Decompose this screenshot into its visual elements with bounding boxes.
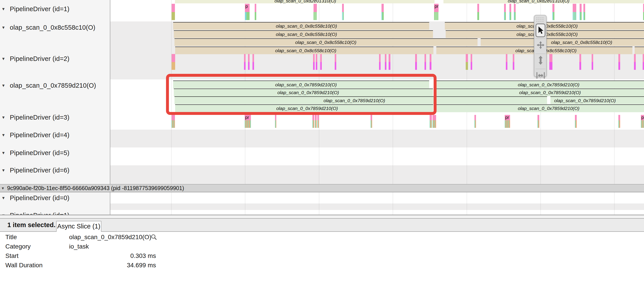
activity-sliver-pipeline-driver-3[interactable] [505, 120, 510, 128]
async-slice-bar[interactable]: olap_scan_0_0x8c558c10(O) [481, 38, 644, 46]
activity-sliver-pipeline-driver-2[interactable] [248, 62, 250, 70]
async-slice-bar[interactable]: olap_scan_0_0x7859d210(O) [436, 89, 644, 96]
activity-sliver-pipeline-driver-3[interactable] [575, 115, 577, 120]
activity-sliver-pipeline-driver-2[interactable] [313, 62, 315, 70]
activity-sliver-pipeline-driver-1[interactable] [342, 4, 344, 12]
activity-sliver-pipeline-driver-2[interactable] [580, 54, 581, 62]
activity-sliver-pipeline-driver-1[interactable] [514, 4, 516, 12]
activity-sliver-pipeline-driver-3[interactable] [245, 120, 251, 128]
sidebar-track-row[interactable]: ▾olap_scan_0_0x8c558c10(O) [0, 23, 110, 32]
activity-sliver-pipeline-driver-3[interactable] [618, 115, 620, 120]
activity-sliver-pipeline-driver-1[interactable] [552, 4, 554, 12]
sidebar-track-row[interactable]: ▾PipelineDriver (id=0) [0, 194, 110, 202]
activity-sliver-pipeline-driver-3[interactable] [370, 120, 372, 128]
activity-sliver-pipeline-driver-3[interactable]: pr [245, 115, 251, 120]
activity-sliver-pipeline-driver-2[interactable] [389, 54, 390, 62]
activity-sliver-pipeline-driver-3[interactable] [275, 115, 276, 120]
collapse-triangle-icon[interactable]: ▾ [2, 150, 10, 155]
activity-sliver-pipeline-driver-2[interactable] [244, 62, 246, 70]
activity-sliver-pipeline-driver-1[interactable] [172, 4, 175, 12]
activity-sliver-pipeline-driver-1[interactable] [552, 12, 554, 20]
magnifier-icon[interactable] [151, 234, 157, 240]
activity-sliver-pipeline-driver-2[interactable] [379, 62, 380, 70]
activity-sliver-pipeline-driver-2[interactable] [389, 62, 390, 70]
activity-sliver-pipeline-driver-2[interactable] [252, 62, 254, 70]
activity-sliver-pipeline-driver-2[interactable] [471, 54, 472, 62]
collapse-triangle-icon[interactable]: ▾ [2, 168, 10, 173]
sidebar-track-row[interactable]: ▾PipelineDriver (id=2) [0, 55, 110, 63]
activity-sliver-pipeline-driver-2[interactable] [618, 62, 620, 70]
activity-sliver-pipeline-driver-2[interactable] [335, 62, 336, 70]
activity-sliver-pipeline-driver-2[interactable] [466, 62, 468, 70]
activity-sliver-pipeline-driver-2[interactable] [424, 54, 426, 62]
sidebar-track-row[interactable]: ▾PipelineDriver (id=6) [0, 166, 110, 174]
sidebar-track-row[interactable]: ▾olap_scan_0_0x7859d210(O) [0, 81, 110, 90]
activity-sliver-pipeline-driver-2[interactable] [549, 62, 552, 70]
activity-sliver-pipeline-driver-3[interactable] [312, 120, 314, 128]
async-slice-bar[interactable]: olap_scan_0_0x7859d210(O) [174, 89, 433, 96]
activity-sliver-pipeline-driver-1[interactable] [510, 12, 511, 20]
activity-sliver-pipeline-driver-3[interactable] [641, 120, 644, 128]
tool-palette[interactable] [534, 15, 546, 77]
collapse-triangle-icon[interactable]: ▾ [2, 83, 10, 88]
activity-sliver-pipeline-driver-1[interactable] [643, 12, 644, 20]
activity-sliver-pipeline-driver-1[interactable] [504, 12, 506, 20]
activity-sliver-pipeline-driver-3[interactable] [618, 120, 620, 128]
activity-sliver-pipeline-driver-2[interactable] [415, 62, 417, 70]
tool-button-pan[interactable] [536, 38, 546, 51]
tool-button-timing[interactable] [536, 69, 546, 82]
activity-sliver-pipeline-driver-3[interactable] [172, 115, 175, 120]
activity-sliver-pipeline-driver-1[interactable] [477, 12, 479, 20]
activity-sliver-pipeline-driver-3[interactable] [432, 115, 436, 120]
collapse-triangle-icon[interactable]: ▾ [2, 186, 7, 191]
activity-sliver-pipeline-driver-1[interactable] [314, 12, 317, 20]
tool-button-vertical-zoom[interactable] [536, 54, 546, 67]
activity-sliver-pipeline-driver-2[interactable] [513, 62, 514, 70]
activity-sliver-pipeline-driver-3[interactable] [538, 115, 539, 120]
activity-sliver-pipeline-driver-1[interactable] [314, 4, 317, 12]
activity-sliver-pipeline-driver-2[interactable] [592, 54, 593, 62]
async-slice-bar[interactable]: olap_scan_0_0x8c558c10(O) [174, 30, 433, 38]
activity-sliver-pipeline-driver-1[interactable] [342, 12, 344, 20]
activity-sliver-pipeline-driver-2[interactable] [506, 62, 508, 70]
activity-sliver-pipeline-driver-1[interactable] [584, 12, 585, 20]
sidebar-track-row[interactable]: ▾PipelineDriver (id=3) [0, 113, 110, 122]
activity-sliver-pipeline-driver-2[interactable] [643, 54, 644, 62]
activity-sliver-pipeline-driver-1[interactable]: p [245, 4, 250, 12]
async-slice-bar[interactable]: olap_scan_0_0x8c558c10(O) [175, 47, 434, 54]
activity-sliver-pipeline-driver-2[interactable] [313, 54, 315, 62]
activity-sliver-pipeline-driver-2[interactable] [549, 54, 552, 62]
activity-sliver-pipeline-driver-2[interactable] [424, 62, 426, 70]
collapse-triangle-icon[interactable]: ▾ [2, 115, 10, 120]
toolbar-grip-handle[interactable] [536, 17, 544, 22]
activity-sliver-pipeline-driver-3[interactable]: pr [505, 115, 510, 120]
sidebar-track-row[interactable]: ▾PipelineDriver (id=1) [0, 211, 110, 215]
activity-sliver-pipeline-driver-1[interactable] [172, 12, 175, 20]
activity-sliver-pipeline-driver-3[interactable] [430, 115, 432, 120]
sidebar-track-row[interactable]: ▾PipelineDriver (id=1) [0, 5, 110, 13]
async-slice-bar[interactable]: olap_scan_0_0x7859d210(O) [436, 81, 644, 88]
activity-sliver-pipeline-driver-3[interactable] [317, 120, 319, 128]
activity-sliver-pipeline-driver-1[interactable] [580, 4, 582, 12]
activity-sliver-pipeline-driver-3[interactable] [538, 120, 539, 128]
activity-sliver-pipeline-driver-3[interactable] [474, 115, 476, 120]
async-slice-bar[interactable]: olap_scan_0_0x7859d210(O) [173, 81, 429, 88]
tab-async-slice[interactable]: Async Slice (1) [56, 221, 102, 232]
async-slice-bar[interactable]: olap_scan_0_0x8c558c10(O) [174, 38, 478, 46]
activity-sliver-pipeline-driver-1[interactable] [382, 4, 384, 12]
activity-sliver-pipeline-driver-2[interactable] [385, 62, 386, 70]
activity-sliver-pipeline-driver-2[interactable] [415, 54, 417, 62]
collapse-triangle-icon[interactable]: ▾ [2, 195, 10, 201]
activity-sliver-pipeline-driver-2[interactable] [618, 54, 620, 62]
collapse-triangle-icon[interactable]: ▾ [2, 6, 10, 12]
activity-sliver-pipeline-driver-2[interactable] [506, 54, 508, 62]
activity-sliver-pipeline-driver-2[interactable] [172, 54, 175, 62]
activity-sliver-pipeline-driver-1[interactable] [643, 4, 644, 12]
collapse-triangle-icon[interactable]: ▾ [2, 56, 10, 61]
async-slice-bar[interactable]: olap_scan_0_0x7859d210(O) [175, 104, 433, 112]
async-slice-bar[interactable]: olap_scan_0_0x7859d210(O) [174, 96, 547, 104]
activity-sliver-pipeline-driver-1[interactable] [514, 12, 516, 20]
activity-sliver-pipeline-driver-3[interactable] [432, 120, 436, 128]
activity-sliver-pipeline-driver-1[interactable] [434, 12, 438, 20]
collapse-triangle-icon[interactable]: ▾ [2, 25, 10, 30]
